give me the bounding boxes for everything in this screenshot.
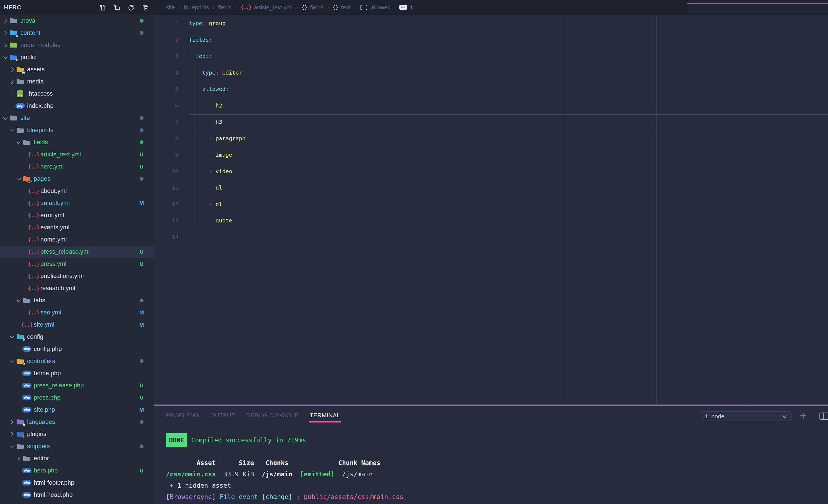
new-terminal-icon[interactable]: [799, 411, 808, 420]
tree-file-error-yml[interactable]: {..}error.yml: [0, 209, 154, 221]
tree-file-about-yml[interactable]: {..}about.yml: [0, 185, 154, 197]
git-untracked-badge: U: [133, 395, 150, 401]
tree-file-default-yml[interactable]: {..}default.ymlM: [0, 197, 154, 209]
tree-folder-node-modules[interactable]: node_modules: [0, 39, 154, 51]
collapse-all-icon[interactable]: [141, 4, 149, 11]
tree-file-home-php[interactable]: phphome.php: [0, 367, 154, 379]
code-line-7[interactable]: - h3: [189, 114, 828, 130]
code-line-3[interactable]: text:: [189, 48, 828, 65]
editor-surface[interactable]: 1234567891011121314 type: groupfields: t…: [154, 15, 828, 405]
tree-folder-editor[interactable]: editor: [0, 452, 154, 464]
object-icon: {}: [333, 4, 339, 10]
tree-file-html-footer-php[interactable]: phphtml-footer.php: [0, 477, 154, 489]
tree-folder-controllers[interactable]: ⚙controllers: [0, 355, 154, 367]
breadcrumb-item-fields[interactable]: {}fields: [302, 4, 324, 11]
git-modified-badge: M: [133, 407, 150, 413]
breadcrumb-item-allowed[interactable]: [ ]allowed: [359, 4, 390, 11]
terminal-session-label: 1: node: [705, 413, 724, 420]
new-file-icon[interactable]: [98, 4, 106, 11]
git-status-dot: [133, 299, 150, 302]
tree-file-events-yml[interactable]: {..}events.yml: [0, 221, 154, 233]
code-line-8[interactable]: - paragraph: [189, 130, 828, 147]
tree-file-hero-yml[interactable]: {..}hero.ymlU: [0, 161, 154, 173]
yaml-file-icon: {..}: [29, 309, 38, 316]
code-line-4[interactable]: type: editor: [189, 65, 828, 81]
tree-folder-snippets[interactable]: snippets: [0, 440, 154, 452]
breadcrumb-item-site[interactable]: site: [166, 4, 175, 11]
tree-file-research-yml[interactable]: {..}research.yml: [0, 282, 154, 294]
chevron-down-icon: [15, 141, 22, 143]
code-line-12[interactable]: - ol: [189, 196, 828, 213]
terminal-session-select[interactable]: 1: node: [700, 411, 791, 421]
tree-folder-nova[interactable]: .nova: [0, 15, 154, 27]
tree-folder-site[interactable]: site: [0, 112, 154, 124]
chevron-down-icon: [15, 300, 22, 302]
tree-file-publications-yml[interactable]: {..}publications.yml: [0, 270, 154, 282]
split-terminal-icon[interactable]: [819, 412, 828, 420]
tree-file-index-php[interactable]: phpindex.php: [0, 100, 154, 112]
new-folder-icon[interactable]: [113, 4, 120, 11]
panel-tab-terminal[interactable]: TERMINAL: [310, 412, 340, 422]
tree-file-config-php[interactable]: phpconfig.php: [0, 343, 154, 355]
tree-item-label: .htaccess: [27, 90, 53, 97]
tree-folder-public[interactable]: ⊕public: [0, 51, 154, 63]
tree-file-press-release-php[interactable]: phppress_release.phpU: [0, 379, 154, 392]
tree-file-site-yml[interactable]: {..}site.ymlM: [0, 319, 154, 331]
code-line-2[interactable]: fields:: [189, 32, 828, 48]
tree-file-press-release-yml[interactable]: {..}press_release.ymlU: [0, 246, 154, 258]
tree-folder-blueprints[interactable]: blueprints: [0, 124, 154, 136]
yaml-file-icon: {..}: [29, 212, 38, 219]
tree-folder-tabs[interactable]: tabs: [0, 294, 154, 307]
tree-item-label: config.php: [34, 346, 62, 353]
code-line-11[interactable]: - ul: [189, 180, 828, 196]
tree-file-site-php[interactable]: phpsite.phpM: [0, 404, 154, 416]
code-line-9[interactable]: - image: [189, 147, 828, 163]
terminal-line: [166, 446, 404, 457]
breadcrumb-item-1[interactable]: abc1: [399, 4, 413, 11]
tree-folder-media[interactable]: media: [0, 76, 154, 88]
tree-folder-pages[interactable]: <>pages: [0, 173, 154, 185]
breadcrumb-separator: ›: [354, 4, 356, 10]
tree-folder-content[interactable]: ≡content: [0, 27, 154, 39]
folder-icon: ⚙: [15, 357, 25, 365]
panel-tab-debug-console[interactable]: DEBUG CONSOLE: [246, 412, 299, 422]
breadcrumb-item-article-text-yml[interactable]: {..}article_text.yml: [241, 4, 293, 11]
tree-file-article-text-yml[interactable]: {..}article_text.ymlU: [0, 148, 154, 161]
tree-folder-fields[interactable]: fields: [0, 136, 154, 148]
code-line-5[interactable]: allowed:: [189, 81, 828, 97]
yaml-file-icon: {..}: [29, 150, 38, 158]
panel-tab-problems[interactable]: PROBLEMS: [166, 412, 199, 422]
code-line-6[interactable]: - h2: [189, 97, 828, 114]
htaccess-file-icon: <>: [15, 90, 25, 97]
git-status-dot: [133, 128, 150, 132]
tree-folder-config[interactable]: ⚙config: [0, 331, 154, 343]
tree-item-label: editor: [34, 455, 49, 462]
chevron-right-icon: [2, 19, 9, 22]
code-line-13[interactable]: - quote: [189, 213, 828, 229]
tree-file-hero-php[interactable]: phphero.phpU: [0, 464, 154, 477]
tree-file-htaccess[interactable]: <>.htaccess: [0, 88, 154, 100]
tree-folder-assets[interactable]: ▤assets: [0, 63, 154, 76]
chevron-down-icon: [8, 360, 15, 362]
panel-tab-output[interactable]: OUTPUT: [210, 412, 235, 422]
array-icon: [ ]: [359, 4, 368, 10]
object-icon: {}: [302, 4, 308, 10]
breadcrumb-item-fields[interactable]: fields: [218, 4, 232, 11]
tree-file-home-yml[interactable]: {..}home.yml: [0, 233, 154, 246]
code-line-10[interactable]: - video: [189, 163, 828, 180]
tree-file-html-head-php[interactable]: phphtml-head.php: [0, 489, 154, 501]
breadcrumb-item-blueprints[interactable]: blueprints: [184, 4, 209, 11]
folder-icon: [9, 17, 18, 25]
vscode-window: { "colors": { "accent_panel_border": "#8…: [0, 0, 828, 504]
breadcrumb-label: blueprints: [184, 4, 209, 11]
tree-item-label: press_release.yml: [40, 248, 90, 255]
breadcrumb-item-text[interactable]: {}text: [333, 4, 351, 11]
tree-file-press-php[interactable]: phppress.phpU: [0, 392, 154, 404]
breadcrumb-label: allowed: [371, 4, 390, 11]
tree-file-seo-yml[interactable]: {..}seo.ymlM: [0, 307, 154, 319]
tree-folder-languages[interactable]: Alanguages: [0, 416, 154, 428]
tree-folder-plugins[interactable]: +plugins: [0, 428, 154, 440]
tree-file-press-yml[interactable]: {..}press.ymlU: [0, 258, 154, 270]
code-line-1[interactable]: type: group: [189, 15, 828, 32]
refresh-icon[interactable]: [127, 4, 134, 11]
